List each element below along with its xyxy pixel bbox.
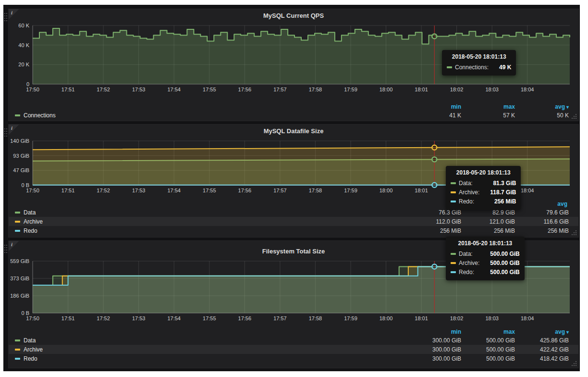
legend-row-data: Data 300.00 GiB 500.00 GiB 425.86 GiB — [9, 336, 578, 345]
svg-text:20 K: 20 K — [18, 62, 29, 67]
svg-text:17:57: 17:57 — [273, 188, 287, 193]
legend-header-row: min max avg▾ — [9, 102, 578, 111]
series-cell: Connections — [15, 112, 407, 119]
legend-sort-min[interactable]: min — [407, 328, 461, 335]
series-color-swatch[interactable] — [15, 349, 20, 351]
svg-text:17:50: 17:50 — [26, 87, 39, 92]
svg-text:17:57: 17:57 — [273, 315, 287, 321]
series-toggle-data[interactable]: Data — [24, 209, 36, 216]
svg-text:18:00: 18:00 — [380, 188, 393, 193]
legend-avg-value: 418.42 GiB — [515, 355, 569, 362]
svg-text:17:59: 17:59 — [344, 315, 357, 321]
series-color-swatch[interactable] — [15, 212, 20, 214]
legend-sort-avg[interactable]: avg▾ — [515, 103, 569, 110]
legend-row-archive: Archive 112.0 GiB 121.0 GiB 116.6 GiB — [9, 217, 578, 226]
svg-text:17:54: 17:54 — [167, 87, 181, 92]
panel-info-corner[interactable]: i — [9, 241, 19, 251]
panel-drag-handle[interactable] — [4, 127, 8, 139]
svg-text:140 GiB: 140 GiB — [10, 138, 29, 144]
panel-resize-grip[interactable] — [571, 229, 576, 235]
legend: min max avg▾ Data 300.00 GiB 500.00 GiB … — [9, 327, 578, 363]
svg-text:17:57: 17:57 — [273, 87, 287, 92]
panel-mysql-datafile-size: i MySQL Datafile Size 17:5017:5117:5217:… — [8, 124, 579, 238]
legend-sort-avg[interactable]: avg▾ — [515, 328, 569, 335]
legend-avg-value: 425.86 GiB — [515, 337, 569, 344]
legend-max-value: 500.00 GiB — [461, 337, 515, 344]
svg-text:0 B: 0 B — [21, 182, 29, 188]
legend-min-value: 256 MiB — [407, 227, 461, 234]
svg-text:559 GiB: 559 GiB — [10, 258, 29, 264]
svg-text:17:51: 17:51 — [61, 315, 75, 321]
sort-caret-icon: ▾ — [566, 104, 569, 110]
sort-caret-icon: ▾ — [566, 329, 569, 335]
svg-text:17:58: 17:58 — [309, 315, 322, 321]
svg-text:18:04: 18:04 — [521, 188, 534, 193]
legend-sort-max[interactable]: max — [461, 103, 515, 110]
svg-text:18:01: 18:01 — [415, 315, 428, 321]
svg-text:17:52: 17:52 — [97, 188, 110, 193]
panel-title[interactable]: MySQL Datafile Size — [9, 126, 578, 136]
svg-text:18:00: 18:00 — [380, 87, 393, 92]
legend-sort-min[interactable]: min — [407, 201, 461, 207]
series-color-swatch[interactable] — [15, 339, 20, 341]
svg-text:40 K: 40 K — [18, 42, 29, 48]
panel-drag-handle[interactable] — [4, 244, 8, 255]
legend-max-value: 256 MiB — [461, 227, 515, 234]
legend-avg-value: 79.6 GiB — [515, 209, 569, 216]
series-color-swatch[interactable] — [15, 221, 20, 223]
legend-avg-value: 422.42 GiB — [515, 346, 569, 353]
legend-min-value: 300.00 GiB — [407, 355, 461, 362]
svg-text:17:58: 17:58 — [309, 87, 322, 92]
series-toggle-data[interactable]: Data — [24, 337, 36, 344]
svg-text:17:54: 17:54 — [167, 315, 181, 321]
series-toggle-redo[interactable]: Redo — [24, 227, 37, 234]
svg-text:17:56: 17:56 — [238, 315, 252, 321]
series-toggle-redo[interactable]: Redo — [24, 355, 37, 362]
series-color-swatch[interactable] — [15, 358, 20, 360]
panel-drag-handle[interactable] — [4, 12, 8, 24]
legend-min-value: 300.00 GiB — [407, 337, 461, 344]
series-toggle-archive[interactable]: Archive — [24, 218, 43, 225]
info-icon: i — [11, 10, 12, 15]
svg-text:373 GiB: 373 GiB — [10, 276, 29, 281]
legend-max-value: 121.0 GiB — [461, 218, 515, 225]
svg-text:17:50: 17:50 — [26, 315, 39, 321]
legend-row-redo: Redo 300.00 GiB 500.00 GiB 418.42 GiB — [9, 354, 578, 363]
legend-sort-max[interactable]: max — [461, 328, 515, 335]
svg-text:17:53: 17:53 — [132, 315, 146, 321]
info-icon: i — [11, 241, 12, 247]
legend: min max avg▾ Connections 41 K 57 K 50 K — [9, 102, 578, 120]
svg-text:17:56: 17:56 — [238, 188, 252, 193]
legend: min max avg Data 76.3 GiB 82.9 GiB 79.6 … — [9, 200, 578, 235]
panel-title[interactable]: MySQL Current QPS — [9, 11, 578, 21]
legend-sort-min[interactable]: min — [407, 103, 461, 110]
panel-resize-grip[interactable] — [571, 360, 576, 366]
legend-sort-avg[interactable]: avg — [515, 201, 569, 207]
legend-max-value: 500.00 GiB — [461, 346, 515, 353]
panel-info-corner[interactable]: i — [9, 125, 19, 135]
series-color-swatch[interactable] — [15, 114, 20, 116]
svg-text:17:54: 17:54 — [167, 188, 181, 193]
panel-resize-grip[interactable] — [571, 113, 576, 119]
series-color-swatch[interactable] — [15, 230, 20, 232]
svg-text:18:02: 18:02 — [450, 188, 464, 193]
svg-text:18:03: 18:03 — [485, 87, 499, 92]
series-cell: Redo — [15, 227, 407, 234]
svg-text:18:03: 18:03 — [485, 315, 499, 321]
series-cell: Archive — [15, 218, 407, 225]
datafile-size-chart[interactable]: 17:5017:5117:5217:5317:5417:5517:5617:57… — [9, 136, 579, 196]
series-toggle-archive[interactable]: Archive — [24, 346, 43, 353]
series-cell: Data — [15, 337, 407, 344]
info-icon: i — [11, 125, 12, 131]
panel-info-corner[interactable]: i — [9, 9, 19, 20]
series-toggle-connections[interactable]: Connections — [24, 112, 56, 119]
legend-header-row: min max avg▾ — [9, 327, 578, 336]
legend-sort-max[interactable]: max — [461, 201, 515, 207]
filesystem-size-chart[interactable]: 17:5017:5117:5217:5317:5417:5517:5617:57… — [9, 256, 579, 324]
qps-chart[interactable]: 17:5017:5117:5217:5317:5417:5517:5617:57… — [9, 21, 579, 95]
legend-avg-value: 116.6 GiB — [515, 218, 569, 225]
svg-text:17:51: 17:51 — [61, 87, 75, 92]
legend-header-row: min max avg — [9, 200, 578, 208]
panel-title[interactable]: Filesystem Total Size — [9, 247, 578, 256]
svg-text:18:01: 18:01 — [415, 188, 428, 193]
